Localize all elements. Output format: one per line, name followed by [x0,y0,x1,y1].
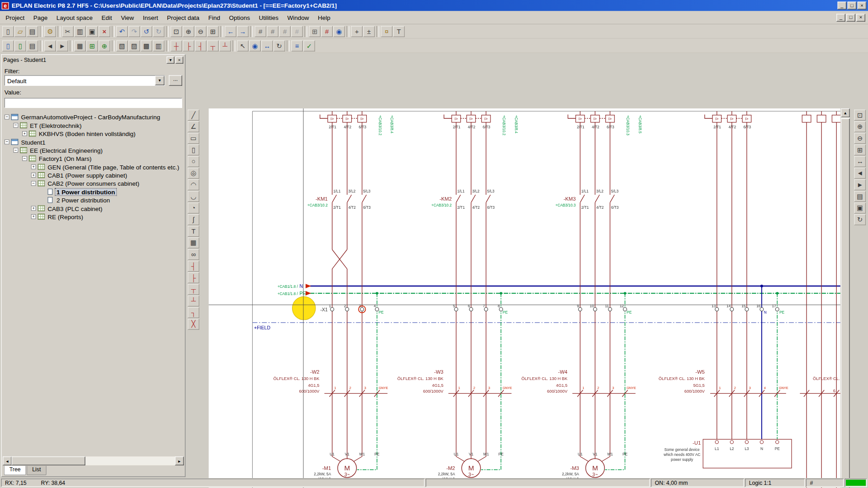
schematic-sheet[interactable]: +FIELD +CAB1/1.8 / N +CAB1/1.8 / PE -X1 [209,108,840,488]
draw-rectangle-icon[interactable]: ▭ [188,133,199,144]
tree-item[interactable]: + RE (Reports) [3,212,183,221]
device-navigator-icon[interactable]: ▧ [116,40,128,51]
draw-rectangle-2-icon[interactable]: ▯ [188,145,199,155]
graphical-preview-icon[interactable]: ▦ [74,40,86,51]
chevron-down-icon[interactable]: ▼ [155,76,165,85]
scroll-track[interactable] [12,456,175,465]
tree-item[interactable]: − EE (Electrical Engineering) [3,146,183,154]
tree-expander[interactable]: − [31,181,36,186]
draw-arc-2-icon[interactable]: ◡ [188,191,199,202]
delete-icon[interactable]: × [99,26,110,37]
t-node-up-icon[interactable]: ┴ [188,296,199,306]
menu-item[interactable]: Insert [138,12,162,23]
pages-panel-hscrollbar[interactable]: ◄ ► [3,456,184,465]
panel-tab[interactable]: List [27,466,47,475]
check-project-icon[interactable]: ✓ [303,40,315,51]
print-icon[interactable]: ▤ [27,26,38,37]
update-connections-icon[interactable]: ≡ [291,40,303,51]
scroll-up-icon[interactable]: ▲ [841,108,850,117]
t-node-right-icon[interactable]: ┤ [195,40,207,51]
settings-wrench-icon[interactable]: ⚙ [44,26,56,37]
tree-item[interactable]: + CAB3 (PLC cabinet) [3,204,183,212]
rotate-icon[interactable]: ↻ [274,40,285,51]
scroll-track[interactable] [841,117,850,488]
connection-corner-icon[interactable]: ┐ [188,307,199,318]
zoom-window-icon[interactable]: ⊡ [170,26,182,37]
tree-item[interactable]: 1 Power distribution [3,188,183,196]
panel-tab[interactable]: Tree [4,466,26,475]
insert-device-icon[interactable]: ¤ [381,26,392,37]
panel-menu-icon[interactable]: ▾ [167,56,175,64]
open-project-icon[interactable]: ▱ [14,26,26,37]
t-node-down-icon[interactable]: ┬ [207,40,219,51]
t-node-up-icon[interactable]: ┴ [219,40,231,51]
insert-text-icon[interactable]: T [393,26,405,37]
previous-page-icon[interactable]: ◄ [44,40,56,51]
page-overview-icon[interactable]: ▤ [854,191,866,202]
grid-toggle-icon[interactable]: ⊞ [309,26,321,37]
draw-ellipse-icon[interactable]: ◎ [188,168,199,178]
draw-arc-icon[interactable]: ◠ [188,179,199,190]
menu-item[interactable]: Layout space [52,12,97,23]
terminal-navigator-icon[interactable]: ▩ [141,40,152,51]
t-node-left-icon[interactable]: ├ [188,272,199,283]
coordinate-input-icon[interactable]: + [351,26,363,37]
redo-icon[interactable]: ↷ [128,26,140,37]
increment-icon[interactable]: ± [363,26,375,37]
tree-expander[interactable]: − [5,140,9,145]
menu-item[interactable]: Project data [162,12,203,23]
zoom-out-icon[interactable]: ⊖ [195,26,207,37]
menu-item[interactable]: Help [313,12,335,23]
scroll-thumb[interactable] [12,456,85,465]
pan-view-icon[interactable]: ↔ [854,156,866,167]
tree-expander[interactable]: − [13,148,18,153]
tree-expander[interactable]: + [31,206,36,211]
tree-item[interactable]: + GEN (General (Title page, Table of con… [3,163,183,171]
grid-3-icon[interactable]: # [279,26,291,37]
tree-expander[interactable]: + [31,214,36,219]
tree-expander[interactable]: + [31,164,36,169]
scroll-right-icon[interactable]: ► [175,456,184,465]
plc-navigator-icon[interactable]: ▥ [153,40,165,51]
page-navigator-icon[interactable]: ▯ [2,40,14,51]
value-input[interactable] [5,98,182,108]
t-node-down-icon[interactable]: ┬ [188,284,199,295]
snap-to-grid-icon[interactable]: # [321,26,333,37]
insert-symbol-icon[interactable]: ⊕ [99,40,110,51]
previous-view-icon[interactable]: ← [225,26,236,37]
snap-point-icon[interactable]: ◉ [249,40,261,51]
insert-window-macro-icon[interactable]: ⊞ [86,40,98,51]
undo-icon[interactable]: ↶ [116,26,128,37]
break-point-icon[interactable]: ╳ [188,319,199,329]
window-list-icon[interactable]: ▣ [854,202,866,213]
insert-hyperlink-icon[interactable]: ∞ [188,249,199,260]
filter-browse-button[interactable]: ... [169,75,182,86]
new-page-icon[interactable]: ▯ [2,26,14,37]
menu-item[interactable]: Edit [97,12,117,23]
menu-item[interactable]: Project [1,12,29,23]
copy-icon[interactable]: ▥ [74,26,86,37]
draw-sector-icon[interactable]: ◔ [188,202,199,213]
tree-expander[interactable]: + [22,131,27,136]
mdi-minimize-button[interactable]: _ [836,14,845,21]
cut-icon[interactable]: ✂ [62,26,74,37]
menu-item[interactable]: Options [225,12,255,23]
tree-item[interactable]: + CAB1 (Power supply cabinet) [3,171,183,179]
redo-list-icon[interactable]: ↻ [153,26,165,37]
grid-1-icon[interactable]: # [255,26,266,37]
tree-item[interactable]: − GermanAutomotiveProject - CarBodyManuf… [3,113,183,121]
insert-text-icon[interactable]: T [188,226,199,237]
tree-expander[interactable]: + [31,173,36,178]
tree-item[interactable]: − ET (Elektrotechnik) [3,121,183,129]
canvas-vscrollbar[interactable]: ▲ ▼ [841,108,850,488]
zoom-fit-icon[interactable]: ⊞ [854,145,866,155]
tree-expander[interactable] [40,189,45,194]
draw-line-icon[interactable]: ╱ [188,109,199,120]
zoom-in-icon[interactable]: ⊕ [183,26,194,37]
menu-item[interactable]: Find [204,12,225,23]
close-button[interactable]: × [858,2,867,9]
t-node-left-icon[interactable]: ├ [183,40,194,51]
panel-close-icon[interactable]: × [175,56,183,64]
minimize-button[interactable]: _ [838,2,847,9]
cable-navigator-icon[interactable]: ▨ [128,40,140,51]
